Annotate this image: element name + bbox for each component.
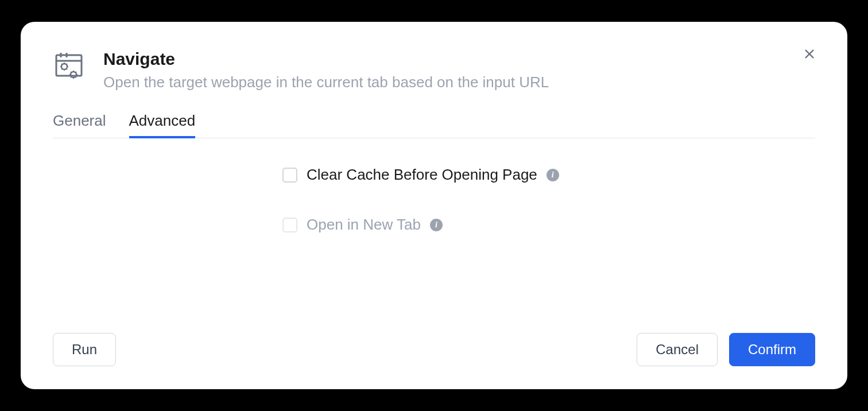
svg-rect-2 bbox=[56, 55, 82, 76]
svg-line-22 bbox=[71, 76, 72, 77]
cancel-button[interactable]: Cancel bbox=[637, 333, 718, 366]
close-icon bbox=[803, 48, 816, 60]
run-button[interactable]: Run bbox=[53, 333, 116, 366]
svg-line-20 bbox=[71, 72, 72, 73]
dialog-header: Navigate Open the target webpage in the … bbox=[53, 49, 815, 91]
close-button[interactable] bbox=[801, 46, 817, 62]
clear-cache-label: Clear Cache Before Opening Page bbox=[307, 166, 537, 184]
svg-line-11 bbox=[61, 64, 63, 65]
confirm-button[interactable]: Confirm bbox=[729, 333, 815, 366]
dialog-title: Navigate bbox=[103, 49, 815, 69]
tabs: General Advanced bbox=[53, 112, 815, 138]
svg-line-14 bbox=[66, 68, 67, 69]
header-text: Navigate Open the target webpage in the … bbox=[103, 49, 815, 91]
svg-line-13 bbox=[61, 68, 63, 69]
advanced-content: Clear Cache Before Opening Page i Open i… bbox=[53, 166, 815, 333]
option-open-new-tab: Open in New Tab i bbox=[282, 216, 815, 234]
tab-general[interactable]: General bbox=[53, 112, 106, 138]
dialog-subtitle: Open the target webpage in the current t… bbox=[103, 73, 815, 91]
svg-line-21 bbox=[75, 72, 76, 73]
svg-line-23 bbox=[75, 76, 76, 77]
svg-line-12 bbox=[66, 64, 67, 65]
info-icon[interactable]: i bbox=[547, 169, 559, 181]
navigate-dialog: Navigate Open the target webpage in the … bbox=[21, 22, 847, 389]
open-new-tab-checkbox[interactable] bbox=[282, 218, 297, 232]
dialog-footer: Run Cancel Confirm bbox=[53, 333, 815, 366]
navigate-icon bbox=[53, 49, 90, 88]
footer-right: Cancel Confirm bbox=[637, 333, 815, 366]
clear-cache-checkbox[interactable] bbox=[282, 168, 297, 183]
open-new-tab-label: Open in New Tab bbox=[307, 216, 421, 234]
option-clear-cache: Clear Cache Before Opening Page i bbox=[282, 166, 815, 184]
info-icon[interactable]: i bbox=[430, 219, 443, 231]
tab-advanced[interactable]: Advanced bbox=[129, 112, 196, 138]
